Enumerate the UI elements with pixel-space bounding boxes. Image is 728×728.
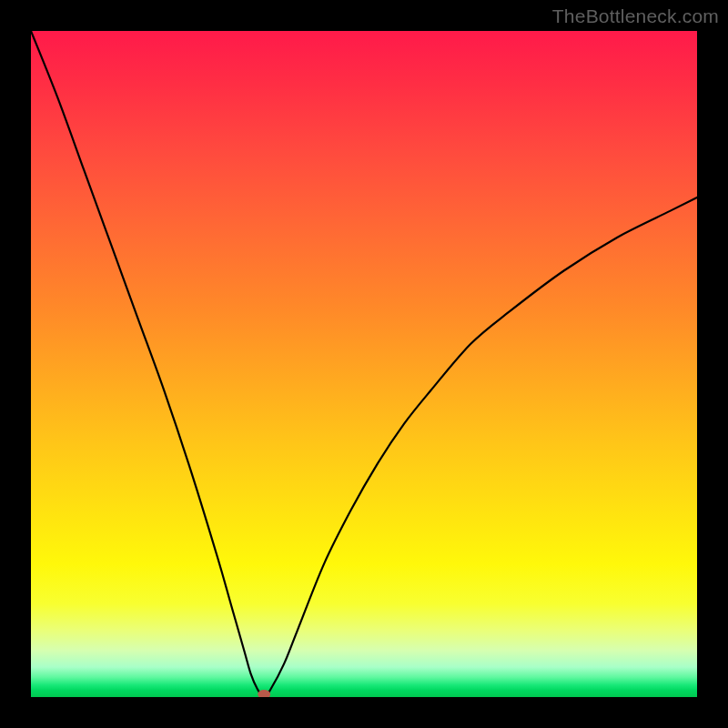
chart-plot-area bbox=[31, 31, 697, 697]
watermark-text: TheBottleneck.com bbox=[552, 5, 719, 27]
bottleneck-curve bbox=[31, 31, 697, 697]
